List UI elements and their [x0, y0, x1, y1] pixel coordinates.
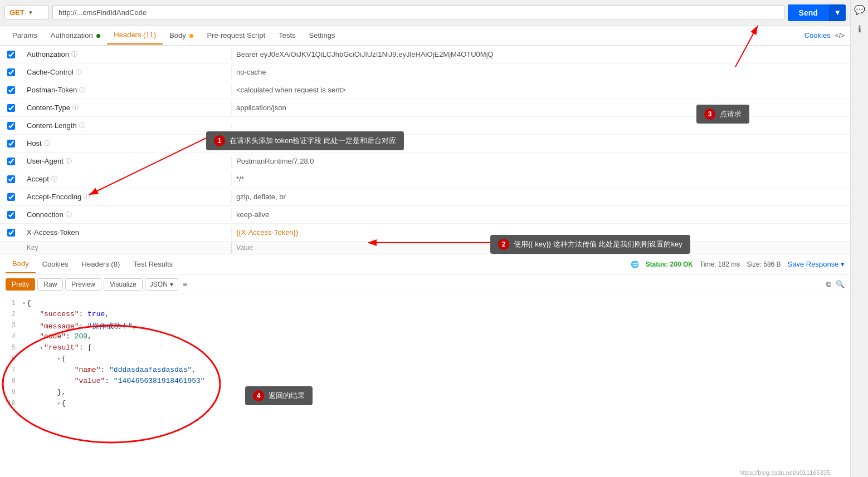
code-button[interactable]: </> [835, 32, 845, 40]
header-check-1[interactable] [0, 51, 22, 58]
format-pretty-button[interactable]: Pretty [6, 278, 35, 291]
method-dropdown-arrow: ▼ [28, 9, 44, 16]
col-label-value: Value [231, 242, 641, 254]
format-raw-button[interactable]: Raw [37, 278, 63, 291]
response-tab-body[interactable]: Body [6, 255, 36, 273]
format-visualize-button[interactable]: Visualize [104, 278, 143, 291]
header-desc-6 [641, 141, 850, 146]
col-label-key: Key [22, 242, 231, 254]
response-tab-headers[interactable]: Headers (8) [75, 255, 127, 273]
header-desc-8 [641, 177, 850, 181]
tab-authorization[interactable]: Authorization [44, 27, 108, 44]
send-group: Send ▼ [788, 4, 846, 21]
tab-tests[interactable]: Tests [272, 27, 302, 44]
header-desc-2 [641, 70, 850, 75]
right-sidebar: 💬 ℹ [850, 0, 868, 477]
header-key-3: Postman-Token ⓘ [22, 83, 231, 96]
response-tab-cookies[interactable]: Cookies [36, 255, 75, 273]
info-icon[interactable]: ℹ [858, 24, 861, 35]
header-row: Cache-Control ⓘ no-cache [0, 63, 850, 81]
info-icon-6[interactable]: ⓘ [44, 139, 50, 147]
response-time: Time: 182 ms [700, 260, 740, 268]
header-row: Content-Length ⓘ [0, 117, 850, 135]
response-status-bar: 🌐 Status: 200 OK Time: 182 ms Size: 586 … [631, 260, 845, 268]
json-dropdown-arrow: ▾ [170, 281, 173, 288]
code-line: 6 ▾{ [0, 355, 850, 366]
header-key-1: Authorization ⓘ [22, 48, 231, 61]
search-button[interactable]: 🔍 [836, 280, 845, 288]
format-preview-button[interactable]: Preview [65, 278, 101, 291]
info-icon-8[interactable]: ⓘ [51, 175, 57, 183]
header-desc-7 [641, 159, 850, 164]
tab-params[interactable]: Params [6, 27, 44, 44]
chat-icon[interactable]: 💬 [854, 4, 865, 15]
header-value-4: application/json [231, 101, 641, 114]
header-value-8: */* [231, 173, 641, 185]
copy-button[interactable]: ⧉ [826, 280, 831, 289]
header-check-11[interactable] [0, 229, 22, 237]
send-button[interactable]: Send [788, 4, 829, 21]
header-value-9: gzip, deflate, br [231, 190, 641, 203]
code-line: 1 ▾{ [0, 299, 850, 310]
header-check-7[interactable] [0, 158, 22, 165]
body-dot [189, 34, 193, 38]
info-icon-5[interactable]: ⓘ [79, 121, 85, 130]
header-value-7: PostmanRuntime/7.28.0 [231, 155, 641, 168]
headers-table: Authorization ⓘ Bearer eyJ0eXAiOiJKV1QiL… [0, 46, 850, 254]
header-check-3[interactable] [0, 86, 22, 94]
header-key-2: Cache-Control ⓘ [22, 66, 231, 78]
send-dropdown-button[interactable]: ▼ [829, 4, 846, 21]
cookies-link[interactable]: Cookies [804, 31, 831, 40]
header-desc-10 [641, 213, 850, 217]
header-key-9: Accept-Encoding ⓘ [22, 190, 231, 203]
info-icon-4[interactable]: ⓘ [72, 104, 79, 112]
header-check-8[interactable] [0, 175, 22, 183]
header-check-10[interactable] [0, 211, 22, 219]
info-icon-1[interactable]: ⓘ [71, 50, 77, 58]
header-value-2: no-cache [231, 66, 641, 78]
globe-icon: 🌐 [631, 260, 639, 268]
response-size: Size: 586 B [747, 260, 781, 268]
header-check-4[interactable] [0, 104, 22, 112]
header-row: User-Agent ⓘ PostmanRuntime/7.28.0 [0, 153, 850, 170]
wrap-button[interactable]: ≡ [183, 280, 187, 289]
col-label-desc: Description [641, 242, 850, 254]
header-row: Accept-Encoding ⓘ gzip, deflate, br [0, 188, 850, 206]
header-value-5 [231, 124, 641, 128]
info-icon-2[interactable]: ⓘ [76, 68, 82, 76]
info-icon-10[interactable]: ⓘ [66, 210, 72, 219]
tab-prerequest[interactable]: Pre-request Script [200, 27, 272, 44]
method-select[interactable]: GET ▼ [4, 6, 49, 19]
header-check-2[interactable] [0, 68, 22, 76]
header-check-5[interactable] [0, 122, 22, 130]
header-value-3: <calculated when request is sent> [231, 83, 641, 96]
code-line: 3 "message": "操作成功！", [0, 321, 850, 332]
header-value-6: <calculated when request is sent> [231, 137, 641, 150]
save-response-button[interactable]: Save Response ▾ [788, 260, 845, 268]
info-icon-9[interactable]: ⓘ [84, 193, 90, 201]
header-row: Postman-Token ⓘ <calculated when request… [0, 81, 850, 99]
header-row: Content-Type ⓘ application/json [0, 99, 850, 117]
info-icon-3[interactable]: ⓘ [79, 86, 85, 94]
json-format-select[interactable]: JSON ▾ [145, 278, 178, 291]
code-line: 11 "name": "dddasdaafasdasdas...", [0, 410, 850, 411]
url-input[interactable] [52, 5, 784, 20]
header-key-8: Accept ⓘ [22, 173, 231, 185]
response-tabs: Body Cookies Headers (8) Test Results 🌐 … [0, 254, 850, 274]
code-line: 4 "code": 200, [0, 332, 850, 343]
code-line: 8 "value": "1404656381918461953" [0, 377, 850, 388]
header-row: Host ⓘ <calculated when request is sent> [0, 135, 850, 153]
headers-column-labels: Key Value Description [0, 242, 850, 254]
tab-body[interactable]: Body [163, 27, 200, 44]
response-body: 1 ▾{ 2 "success": true, 3 "message": "操作… [0, 294, 850, 411]
method-label: GET [9, 8, 26, 17]
info-icon-7[interactable]: ⓘ [66, 157, 72, 165]
authorization-dot [96, 34, 100, 38]
response-tab-test-results[interactable]: Test Results [126, 255, 179, 273]
code-line: 9 }, [0, 388, 850, 399]
col-label-check [0, 242, 22, 254]
header-check-9[interactable] [0, 193, 22, 201]
header-check-6[interactable] [0, 140, 22, 147]
tab-settings[interactable]: Settings [303, 27, 342, 44]
tab-headers[interactable]: Headers (11) [107, 26, 163, 45]
